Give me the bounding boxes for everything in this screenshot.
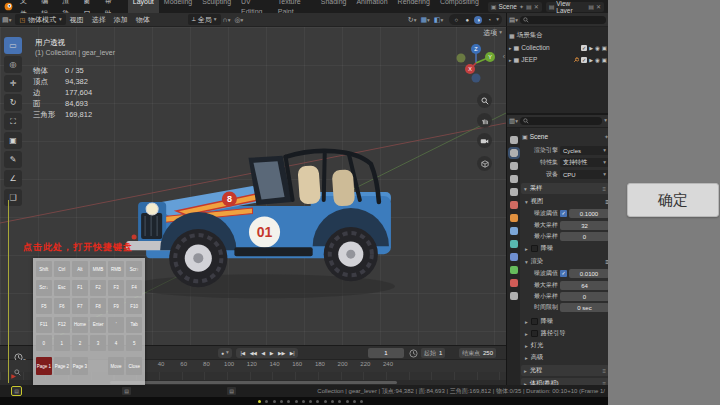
key-F2[interactable]: F2 — [90, 280, 106, 296]
volumes-section[interactable]: ▸体积(卷积)≡ — [521, 378, 608, 385]
key-Shift[interactable]: Shift — [36, 261, 52, 277]
xray-toggle-icon[interactable]: ◧▾ — [434, 16, 443, 24]
properties-tab-texture[interactable] — [510, 292, 518, 300]
viewport-options-dropdown[interactable]: 选项▾ — [483, 28, 502, 38]
noise-threshold-checkbox[interactable]: ✓ — [560, 210, 567, 217]
properties-tab-data[interactable] — [510, 266, 518, 274]
key-Move[interactable]: Move — [108, 357, 124, 375]
key-Tab[interactable]: Tab — [126, 317, 142, 333]
key-F4[interactable]: F4 — [126, 280, 142, 296]
properties-tab-scene[interactable] — [510, 188, 518, 196]
collapse-region-icon[interactable]: ‹ — [503, 53, 505, 60]
key-Scr↑[interactable]: Scr↑ — [126, 261, 142, 277]
viewport-menu-选择[interactable]: 选择 — [88, 15, 110, 25]
render-noise-threshold-checkbox[interactable]: ✓ — [560, 270, 567, 277]
key-Alt[interactable]: Alt — [72, 261, 88, 277]
overlays-toggle-icon[interactable]: ▦▾ — [420, 16, 429, 24]
page-dot-7[interactable] — [302, 400, 305, 403]
key-MMB[interactable]: MMB — [90, 261, 106, 277]
key-0[interactable]: 0 — [36, 335, 52, 351]
auto-keying-clock-icon[interactable] — [409, 349, 418, 358]
render-min-samples-field[interactable]: 0 — [560, 292, 608, 301]
key-F1[interactable]: F1 — [72, 280, 88, 296]
key-5[interactable]: 5 — [126, 335, 142, 351]
page-dot-10[interactable] — [324, 400, 327, 403]
playback-sync-dropdown[interactable]: ●▾ — [218, 348, 232, 358]
properties-tab-view-layer[interactable] — [510, 175, 518, 183]
page-dot-15[interactable] — [360, 400, 363, 403]
render-max-samples-field[interactable]: 64 — [560, 281, 608, 290]
outliner-item-collection[interactable]: ▸▦Collection✓▶◉▣ — [507, 42, 608, 53]
keyboard-launcher-icon[interactable]: ▶ — [11, 372, 16, 379]
properties-tab-render[interactable] — [510, 149, 518, 157]
key-F3[interactable]: F3 — [108, 280, 124, 296]
key-Enter[interactable]: Enter — [90, 317, 106, 333]
camera-view-icon[interactable] — [477, 133, 492, 148]
page-dot-4[interactable] — [280, 400, 283, 403]
page-dot-1[interactable] — [258, 400, 261, 403]
properties-tab-particles[interactable] — [510, 240, 518, 248]
lights-row[interactable]: ▸灯光 — [525, 340, 608, 351]
page-dot-14[interactable] — [353, 400, 356, 403]
filter-dropdown-icon[interactable]: ▾ — [604, 118, 607, 124]
confirm-button[interactable]: 确定 — [627, 183, 719, 217]
timeline-scrollbar[interactable] — [110, 381, 397, 384]
properties-tab-output[interactable] — [510, 162, 518, 170]
frame-end-field[interactable]: 结束点250 — [459, 348, 496, 358]
jump-end-button[interactable]: ▶| — [287, 350, 296, 356]
key-Esc[interactable]: Esc — [54, 280, 70, 296]
editor-type-icon[interactable]: ▤▾ — [2, 16, 11, 24]
play-button[interactable]: ▶ — [267, 350, 275, 356]
page-dot-11[interactable] — [331, 400, 334, 403]
navigation-gizmo[interactable]: Z Y X — [454, 41, 498, 85]
key-1[interactable]: 1 — [54, 335, 70, 351]
key-Scr↓[interactable]: Scr↓ — [36, 280, 52, 296]
viewport-menu-视图[interactable]: 视图 — [66, 15, 88, 25]
close-icon[interactable]: ✕ — [534, 3, 539, 10]
page-dot-12[interactable] — [338, 400, 341, 403]
measure-tool[interactable]: ∠ — [4, 170, 22, 187]
scale-tool[interactable]: ⛶ — [4, 113, 22, 130]
advanced-row[interactable]: ▸高级 — [525, 352, 608, 363]
zoom-view-icon[interactable] — [477, 93, 492, 108]
key-3[interactable]: 3 — [90, 335, 106, 351]
properties-search-input[interactable] — [520, 117, 602, 125]
rotate-tool[interactable]: ↻ — [4, 94, 22, 111]
sampling-section[interactable]: ▾采样≡ — [521, 183, 608, 194]
light-paths-section[interactable]: ▸光程≡ — [521, 365, 608, 376]
feature-set-dropdown[interactable]: 支持特性▾ — [560, 158, 608, 167]
properties-tab-modifiers[interactable] — [510, 227, 518, 235]
render-engine-dropdown[interactable]: Cycles▾ — [560, 146, 608, 155]
key-F5[interactable]: F5 — [36, 298, 52, 314]
render-sampling-subsection[interactable]: ▾渲染≡ — [525, 256, 608, 267]
transform-tool[interactable]: ▣ — [4, 132, 22, 149]
current-frame-field[interactable]: 1 — [368, 348, 404, 358]
key-Home[interactable]: Home — [72, 317, 88, 333]
path-guiding-row[interactable]: ▸路径引导 — [525, 328, 608, 339]
device-dropdown[interactable]: CPU▾ — [560, 170, 608, 179]
jump-start-button[interactable]: |◀ — [238, 350, 247, 356]
key-Close[interactable]: Close — [126, 357, 142, 375]
view-layer-selector[interactable]: ▤ View Layer ▤ ✕ — [546, 2, 604, 12]
perspective-toggle-icon[interactable] — [477, 156, 492, 171]
key-F10[interactable]: F10 — [126, 298, 142, 314]
key-F9[interactable]: F9 — [108, 298, 124, 314]
solid-shading-icon[interactable]: ● — [463, 16, 471, 24]
statusbar-page-icon-1[interactable]: ▤ — [12, 387, 21, 395]
shortcut-keyboard-hint[interactable]: 点击此处，打开快捷键盘 — [23, 241, 133, 254]
key-RMB[interactable]: RMB — [108, 261, 124, 277]
gizmos-toggle-icon[interactable]: ↻▾ — [408, 16, 417, 24]
pin-icon[interactable]: ✦ — [519, 3, 524, 10]
proportional-edit-icon[interactable]: ◎▾ — [234, 16, 243, 24]
new-layer-icon[interactable]: ▤ — [588, 3, 594, 10]
properties-tab-object[interactable] — [510, 214, 518, 222]
render-denoise-row[interactable]: ▸降噪 — [525, 316, 608, 327]
timeline-playhead[interactable] — [8, 200, 9, 383]
key-2[interactable]: 2 — [72, 335, 88, 351]
key-F7[interactable]: F7 — [72, 298, 88, 314]
rendered-shading-icon[interactable]: ◔ — [485, 16, 493, 24]
properties-tab-tool[interactable] — [510, 136, 518, 144]
viewport-sampling-subsection[interactable]: ▾视图≡ — [525, 196, 608, 207]
next-keyframe-button[interactable]: ▶▶ — [276, 350, 288, 356]
properties-tab-material[interactable] — [510, 279, 518, 287]
